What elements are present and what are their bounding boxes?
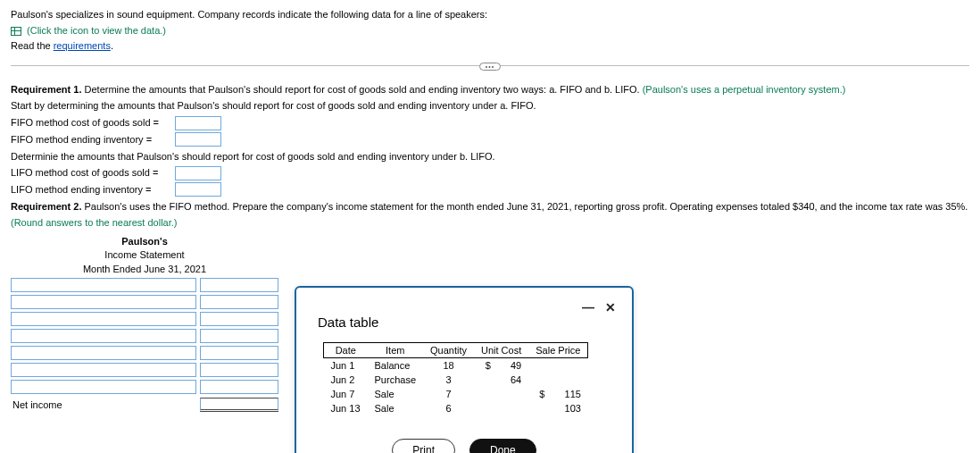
req2-paren: (Round answers to the nearest dollar.) (11, 217, 178, 228)
modal-title: Data table (318, 315, 616, 330)
stmt-row6-amt[interactable] (200, 363, 278, 377)
problem-intro: Paulson's specializes in sound equipment… (11, 7, 969, 55)
table-row: Jun 1 Balance 18 $ 49 (324, 358, 588, 373)
stmt-row2-amt[interactable] (200, 295, 278, 309)
lifo-cogs-label: LIFO method cost of goods sold = (11, 164, 171, 181)
req2-rest: Paulson's uses the FIFO method. Prepare … (81, 201, 968, 212)
req1-rest: Determine the amounts that Paulson's sho… (81, 84, 642, 95)
close-icon[interactable]: ✕ (605, 300, 616, 315)
req1-start-fifo: Start by determining the amounts that Pa… (11, 97, 969, 114)
income-statement: Paulson's Income Statement Month Ended J… (11, 235, 278, 414)
period: . (111, 40, 113, 51)
lifo-ei-label: LIFO method ending inventory = (11, 181, 171, 198)
intro-line-1: Paulson's specializes in sound equipment… (11, 7, 969, 23)
read-the-text: Read the (11, 40, 54, 51)
stmt-title: Income Statement (11, 248, 278, 262)
stmt-company: Paulson's (121, 236, 168, 247)
lifo-cogs-input[interactable] (175, 166, 221, 180)
requirements-link[interactable]: requirements (54, 40, 111, 51)
req1-determine-lifo: Determinie the amounts that Paulson's sh… (11, 148, 969, 165)
requirement-2-heading: Requirement 2. Paulson's uses the FIFO m… (11, 198, 969, 231)
fifo-ei-input[interactable] (175, 132, 221, 147)
net-income-label: Net income (11, 397, 196, 414)
stmt-row3-amt[interactable] (200, 312, 278, 326)
th-sale-price: Sale Price (528, 343, 588, 358)
stmt-row6-label[interactable] (11, 363, 196, 377)
stmt-row7-label[interactable] (11, 380, 196, 394)
th-date: Date (324, 343, 368, 358)
net-income-input[interactable] (200, 398, 278, 412)
table-icon[interactable] (11, 27, 21, 36)
table-row: Jun 2 Purchase 3 64 (324, 373, 588, 387)
table-row: Jun 13 Sale 6 103 (324, 401, 588, 415)
view-data-link[interactable]: (Click the icon to view the data.) (27, 25, 166, 36)
stmt-row3-label[interactable] (11, 312, 196, 326)
stmt-row1-label[interactable] (11, 278, 196, 292)
fifo-ei-label: FIFO method ending inventory = (11, 131, 171, 148)
fifo-cogs-label: FIFO method cost of goods sold = (11, 114, 171, 131)
stmt-row1-amt[interactable] (200, 278, 278, 292)
lifo-ei-input[interactable] (175, 182, 221, 197)
divider-handle[interactable]: ••• (479, 63, 501, 71)
stmt-row7-amt[interactable] (200, 380, 278, 394)
stmt-row4-label[interactable] (11, 329, 196, 343)
th-item: Item (368, 343, 423, 358)
data-table: Date Item Quantity Unit Cost Sale Price … (323, 342, 588, 415)
th-qty: Quantity (423, 343, 474, 358)
req2-bold: Requirement 2. (11, 201, 81, 212)
stmt-row5-amt[interactable] (200, 346, 278, 360)
req1-paren: (Paulson's uses a perpetual inventory sy… (643, 84, 846, 95)
stmt-row5-label[interactable] (11, 346, 196, 360)
stmt-row4-amt[interactable] (200, 329, 278, 343)
fifo-cogs-input[interactable] (175, 116, 221, 130)
stmt-period: Month Ended June 31, 2021 (11, 263, 278, 276)
minimize-icon[interactable]: — (582, 300, 594, 315)
requirement-1-heading: Requirement 1. Determine the amounts tha… (11, 81, 969, 98)
data-table-modal: — ✕ Data table Date Item Quantity Unit C… (295, 286, 634, 421)
stmt-row2-label[interactable] (11, 295, 196, 309)
th-unit-cost: Unit Cost (474, 343, 528, 358)
table-row: Jun 7 Sale 7 $ 115 (324, 387, 588, 401)
req1-bold: Requirement 1. (11, 84, 81, 95)
